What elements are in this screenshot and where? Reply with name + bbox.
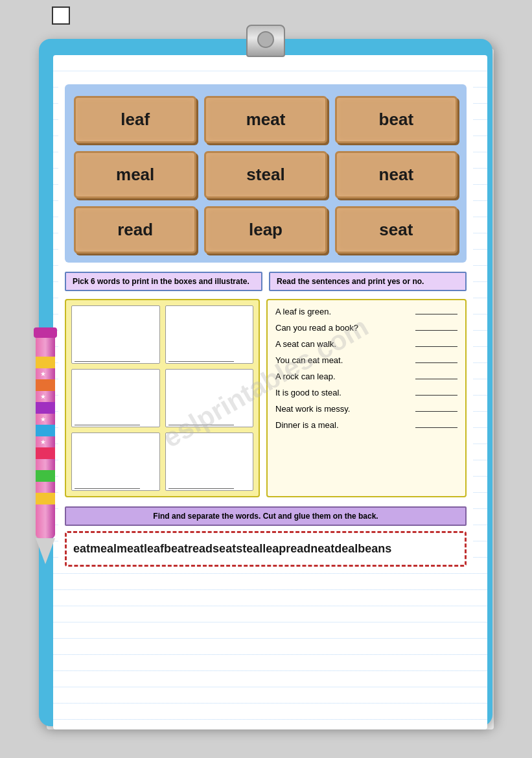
checkbox[interactable] xyxy=(52,6,70,25)
find-words-box: eatmealmeatleafbeatreadseatstealleapread… xyxy=(65,531,467,567)
cell-line-2 xyxy=(168,361,234,362)
word-tile-neat: neat xyxy=(335,151,457,198)
cell-line-6 xyxy=(168,488,234,489)
sentence-8: Dinner is a meal. xyxy=(275,420,457,430)
instructions-row: Pick 6 words to print in the boxes and i… xyxy=(65,272,467,291)
word-tile-meal: meal xyxy=(74,151,196,198)
answer-line-7[interactable] xyxy=(415,411,457,412)
drawing-cell-6[interactable] xyxy=(165,432,254,491)
cell-line-5 xyxy=(75,488,140,489)
activities-row: A leaf is green. Can you read a book? A … xyxy=(65,299,467,497)
svg-rect-2 xyxy=(36,379,55,391)
svg-marker-8 xyxy=(36,538,55,564)
sentence-3: A seat can walk. xyxy=(275,339,457,349)
word-grid-section: leaf meat beat meal steal neat r xyxy=(65,84,467,263)
svg-rect-4 xyxy=(36,425,55,436)
drawing-cell-2[interactable] xyxy=(165,305,254,364)
word-tile-seat: seat xyxy=(335,206,457,254)
word-tile-leap: leap xyxy=(204,206,327,254)
sentence-6: It is good to steal. xyxy=(275,388,457,397)
sentence-5: A rock can leap. xyxy=(275,372,457,381)
drawing-cell-3[interactable] xyxy=(71,369,160,427)
cell-line-3 xyxy=(75,425,140,425)
svg-rect-9 xyxy=(34,327,57,338)
word-tile-leaf: leaf xyxy=(74,96,196,143)
svg-text:★: ★ xyxy=(40,370,46,377)
svg-text:★: ★ xyxy=(40,438,46,445)
cell-line-4 xyxy=(168,425,234,425)
sentence-1: A leaf is green. xyxy=(275,307,457,316)
main-content: leaf meat beat meal steal neat r xyxy=(58,78,473,573)
sentence-4: You can eat meat. xyxy=(275,355,457,365)
svg-text:★: ★ xyxy=(40,416,46,423)
answer-line-5[interactable] xyxy=(415,379,457,379)
checkbox-area xyxy=(52,6,70,25)
drawing-grid xyxy=(71,305,253,491)
answer-line-8[interactable] xyxy=(415,427,457,428)
answer-line-4[interactable] xyxy=(415,362,457,363)
svg-rect-7 xyxy=(36,493,55,504)
drawing-cell-4[interactable] xyxy=(165,369,254,427)
word-tile-beat: beat xyxy=(335,96,457,143)
svg-rect-6 xyxy=(36,470,55,482)
drawing-cell-1[interactable] xyxy=(71,305,160,364)
svg-rect-1 xyxy=(36,357,55,368)
drawing-activity xyxy=(65,299,260,497)
answer-line-6[interactable] xyxy=(415,395,457,396)
answer-line-3[interactable] xyxy=(415,346,457,347)
word-tile-steal: steal xyxy=(204,151,327,198)
svg-rect-3 xyxy=(36,402,55,414)
instruction-left: Pick 6 words to print in the boxes and i… xyxy=(65,272,262,291)
pen-illustration: ★ ★ ★ ★ xyxy=(19,318,71,577)
instruction-right: Read the sentences and print yes or no. xyxy=(269,272,467,291)
cell-line-1 xyxy=(75,361,140,362)
find-words-instruction: Find and separate the words. Cut and glu… xyxy=(65,506,467,526)
sentence-7: Neat work is messy. xyxy=(275,404,457,414)
drawing-cell-5[interactable] xyxy=(71,432,160,491)
clipboard-clip xyxy=(246,25,285,57)
sentences-activity: A leaf is green. Can you read a book? A … xyxy=(266,299,467,497)
svg-text:★: ★ xyxy=(40,393,46,400)
svg-rect-5 xyxy=(36,447,55,459)
sentence-2: Can you read a book? xyxy=(275,323,457,333)
word-tile-read: read xyxy=(74,206,196,254)
word-tile-meat: meat xyxy=(204,96,327,143)
word-grid: leaf meat beat meal steal neat r xyxy=(74,96,457,254)
answer-line-2[interactable] xyxy=(415,330,457,331)
answer-line-1[interactable] xyxy=(415,314,457,314)
